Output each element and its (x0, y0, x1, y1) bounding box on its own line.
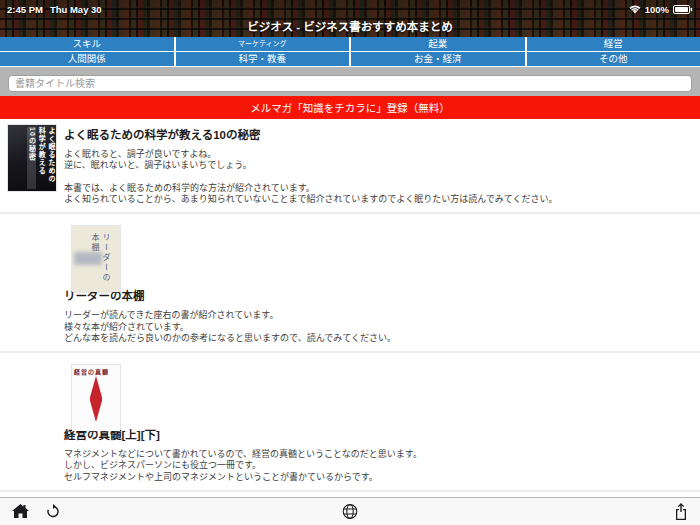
nav-item-money[interactable]: お金・経済 (351, 52, 525, 66)
book-description: リーダーが読んできた座右の書が紹介されています。 様々な本が紹介されています。 … (64, 310, 690, 344)
browser-window: 2:45 PM Thu May 30 100% ビジオス - ビジネス書おすすめ… (0, 0, 700, 525)
page-title: ビジオス - ビジネス書おすすめ本まとめ (0, 18, 700, 34)
list-item-book-3[interactable]: 経営の真髄 経営の真髄[上][下] マネジメントなどについて書かれているので、経… (0, 353, 700, 492)
category-nav: スキル マーケティング 起業 経営 人間関係 科学・教養 お金・経済 その他 (0, 37, 700, 66)
search-bar (0, 67, 700, 96)
nav-item-science[interactable]: 科学・教養 (176, 52, 350, 66)
cover-diamond-graphic (90, 376, 103, 422)
refresh-icon[interactable] (46, 504, 60, 519)
book-description: マネジメントなどについて書かれているので、経営の真髄ということなのだと思います。… (64, 449, 690, 483)
browser-toolbar (0, 497, 700, 525)
book-title: 経営の真髄[上][下] (64, 426, 690, 442)
status-bar: 2:45 PM Thu May 30 100% (0, 0, 700, 18)
book-cover-thumbnail: 経営の真髄 (72, 365, 120, 431)
list-item-book-1[interactable]: よく眠るための 科学が教える 10の秘密 よく眠るための科学が教える10の秘密 … (0, 119, 700, 214)
search-input[interactable] (8, 75, 692, 92)
battery-icon (673, 5, 693, 14)
globe-icon[interactable] (343, 504, 358, 519)
nav-item-relationships[interactable]: 人間関係 (0, 52, 174, 66)
nav-item-marketing[interactable]: マーケティング (176, 37, 350, 51)
list-item-book-2[interactable]: リーダーの本棚 リーダーの本棚 リーダーが読んできた座右の書が紹介されています。… (0, 214, 700, 353)
cover-text: リーダーの本棚 (89, 233, 111, 292)
book-cover-thumbnail: よく眠るための 科学が教える 10の秘密 (8, 125, 56, 191)
cover-text: 科学が教える (37, 127, 46, 189)
book-cover-thumbnail: リーダーの本棚 (72, 226, 120, 292)
book-title: よく眠るための科学が教える10の秘密 (64, 126, 690, 142)
book-description: よく眠れると、調子が良いですよね。 逆に、眠れないと、調子はいまいちでしょう。 … (64, 149, 690, 205)
nav-item-skill[interactable]: スキル (0, 37, 174, 51)
home-icon[interactable] (12, 504, 29, 519)
book-list: よく眠るための 科学が教える 10の秘密 よく眠るための科学が教える10の秘密 … (0, 119, 700, 525)
cover-text: 10の秘密 (27, 127, 36, 189)
nav-item-startup[interactable]: 起業 (351, 37, 525, 51)
battery-percent: 100% (645, 4, 669, 15)
cover-text: 経営の真髄 (74, 367, 109, 376)
share-icon[interactable] (674, 503, 688, 520)
wifi-icon (629, 5, 641, 14)
site-header: 2:45 PM Thu May 30 100% ビジオス - ビジネス書おすすめ… (0, 0, 700, 37)
clock: 2:45 PM (7, 4, 43, 15)
book-title: リーダーの本棚 (64, 287, 690, 303)
cover-text: よく眠るための (46, 127, 55, 189)
date: Thu May 30 (50, 4, 102, 15)
nav-item-management[interactable]: 経営 (527, 37, 700, 51)
nav-item-other[interactable]: その他 (527, 52, 700, 66)
mailmagazine-banner[interactable]: メルマガ「知識をチカラに」登録（無料） (0, 96, 700, 119)
